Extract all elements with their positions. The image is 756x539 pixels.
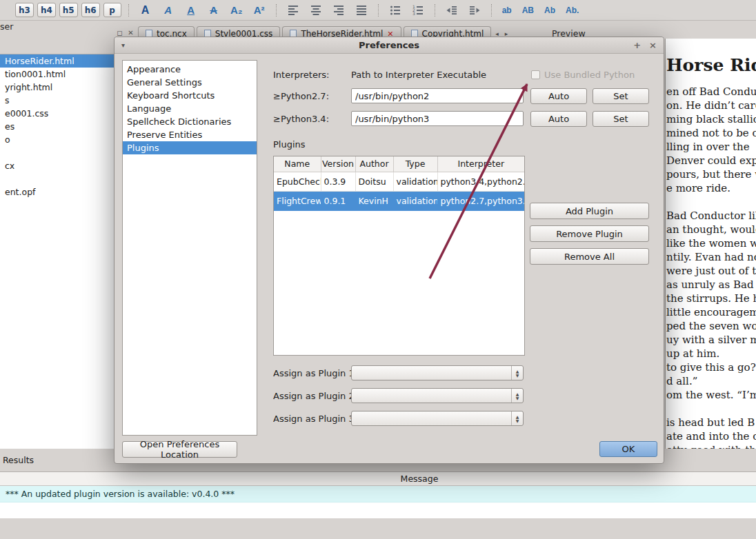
- svg-text:3: 3: [412, 11, 415, 16]
- file-item-copyright[interactable]: yright.html: [0, 81, 115, 94]
- window-menu-icon[interactable]: ▾: [121, 41, 125, 49]
- uppercase-button[interactable]: AB: [519, 3, 537, 18]
- preview-text-line: d all.”: [666, 374, 756, 388]
- toolbar-separator: [435, 4, 435, 17]
- add-plugin-button[interactable]: Add Plugin: [530, 203, 649, 219]
- python27-path-input[interactable]: [351, 88, 524, 103]
- preview-text-line: [666, 402, 756, 416]
- python34-auto-button[interactable]: Auto: [530, 111, 587, 127]
- underline-button[interactable]: A: [181, 2, 201, 19]
- align-right-button[interactable]: [329, 2, 348, 19]
- cell-author: Doitsu: [355, 172, 393, 191]
- bullet-list-button[interactable]: [386, 2, 405, 19]
- column-header-interpreter[interactable]: Interpreter: [437, 156, 524, 172]
- heading-h3-button[interactable]: h3: [15, 3, 34, 17]
- preview-book-title: Horse Rider: [666, 55, 756, 75]
- python27-set-button[interactable]: Set: [593, 88, 649, 104]
- section-item-preserve-entities[interactable]: Preserve Entities: [123, 128, 257, 141]
- heading-h5-button[interactable]: h5: [59, 3, 78, 17]
- use-bundled-python-checkbox[interactable]: [531, 70, 540, 79]
- bullet-list-icon: [390, 5, 401, 16]
- spinner-icons[interactable]: ▲ ▼: [511, 389, 523, 403]
- file-item-folder[interactable]: [0, 146, 115, 159]
- subscript-button[interactable]: A₂: [227, 2, 246, 19]
- ok-button[interactable]: OK: [599, 441, 657, 457]
- file-item-toc-ncx[interactable]: cx: [0, 159, 115, 172]
- indent-decrease-button[interactable]: [442, 2, 461, 19]
- numbered-list-button[interactable]: 123: [408, 2, 428, 19]
- align-justify-button[interactable]: [352, 2, 371, 19]
- bold-icon: A: [141, 4, 150, 17]
- plugins-section-label: Plugins: [273, 139, 306, 150]
- remove-plugin-button[interactable]: Remove Plugin: [530, 225, 649, 242]
- file-item-horserider[interactable]: HorseRider.html: [0, 54, 115, 68]
- dialog-title-bar[interactable]: ▾ Preferences + ×: [115, 37, 664, 54]
- file-item-content-opf[interactable]: ent.opf: [0, 185, 115, 199]
- preview-text-line: ate and into the c: [666, 429, 756, 443]
- remove-all-button[interactable]: Remove All: [530, 248, 649, 265]
- plugin-row-epubcheck[interactable]: EpubCheck 0.3.9 Doitsu validation python…: [274, 172, 524, 191]
- results-dock-title: Results: [3, 455, 34, 465]
- column-header-type[interactable]: Type: [393, 156, 437, 172]
- section-item-spellcheck-dictionaries[interactable]: Spellcheck Dictionaries: [123, 115, 257, 128]
- spinner-up-icon[interactable]: ▲: [516, 392, 519, 396]
- column-header-version[interactable]: Version: [321, 156, 355, 172]
- spinner-up-icon[interactable]: ▲: [516, 369, 519, 373]
- column-header-author[interactable]: Author: [355, 156, 393, 172]
- file-item-folder[interactable]: o: [0, 133, 115, 146]
- indent-increase-button[interactable]: [465, 2, 484, 19]
- preview-text-line: an thought, would: [666, 223, 756, 236]
- heading-h6-button[interactable]: h6: [81, 3, 100, 17]
- preview-text-line: pours, but there w: [666, 167, 756, 181]
- window-close-icon[interactable]: ×: [649, 41, 657, 50]
- superscript-icon: A²: [254, 4, 265, 16]
- section-item-plugins[interactable]: Plugins: [123, 141, 257, 154]
- open-preferences-location-button[interactable]: Open Preferences Location: [122, 441, 237, 458]
- section-item-language[interactable]: Language: [123, 102, 257, 115]
- align-justify-icon: [356, 5, 367, 16]
- paragraph-button[interactable]: p: [103, 3, 121, 17]
- preview-text-line: as unruly as Bad C: [666, 278, 756, 292]
- section-item-general-settings[interactable]: General Settings: [123, 76, 257, 89]
- preview-body-text: en off Bad Conducon. He didn’t careming …: [666, 85, 756, 457]
- python34-set-button[interactable]: Set: [593, 111, 649, 127]
- section-item-appearance[interactable]: Appearance: [123, 63, 257, 76]
- spinner-down-icon[interactable]: ▼: [516, 396, 519, 400]
- spinner-icons[interactable]: ▲ ▼: [511, 411, 523, 425]
- assign-plugin-2-combo[interactable]: ▲ ▼: [351, 388, 524, 403]
- file-item-blank: [0, 172, 115, 185]
- bold-button[interactable]: A: [136, 2, 155, 19]
- heading-h4-button[interactable]: h4: [37, 3, 56, 17]
- align-center-button[interactable]: [306, 2, 326, 19]
- capitalize-button[interactable]: Ab: [541, 3, 559, 18]
- file-item-style0001[interactable]: e0001.css: [0, 107, 115, 120]
- superscript-button[interactable]: A²: [250, 2, 269, 19]
- spinner-down-icon[interactable]: ▼: [516, 374, 519, 377]
- file-item-folder[interactable]: es: [0, 120, 115, 133]
- assign-plugin-1-label: Assign as Plugin 1: [273, 368, 355, 378]
- preview-text-line: lling in over the: [666, 140, 756, 154]
- python34-path-input[interactable]: [351, 111, 524, 126]
- lowercase-button[interactable]: ab: [499, 3, 515, 18]
- italic-button[interactable]: A: [159, 2, 178, 19]
- spinner-up-icon[interactable]: ▲: [516, 415, 519, 418]
- section-item-keyboard-shortcuts[interactable]: Keyboard Shortcuts: [123, 89, 257, 102]
- assign-plugin-3-combo[interactable]: ▲ ▼: [351, 411, 524, 426]
- results-message-row[interactable]: *** An updated plugin version is availab…: [0, 486, 756, 502]
- spinner-icons[interactable]: ▲ ▼: [511, 366, 523, 380]
- align-left-button[interactable]: [284, 2, 303, 19]
- python27-auto-button[interactable]: Auto: [530, 88, 587, 104]
- window-maximize-icon[interactable]: +: [633, 41, 641, 50]
- strikethrough-icon: A: [210, 4, 217, 16]
- column-header-name[interactable]: Name: [274, 156, 321, 172]
- use-bundled-python-label: Use Bundled Python: [544, 70, 635, 80]
- file-item-folder[interactable]: s: [0, 94, 115, 107]
- assign-plugin-1-combo[interactable]: ▲ ▼: [351, 365, 524, 380]
- preview-text-line: uy with a silver m: [666, 333, 756, 347]
- titlecase-button[interactable]: Ab.: [562, 3, 582, 18]
- spinner-down-icon[interactable]: ▼: [516, 419, 519, 423]
- file-item-section0001[interactable]: tion0001.html: [0, 68, 115, 81]
- plugin-row-flightcrew[interactable]: FlightCrew 0.9.1 KevinH validation pytho…: [274, 191, 524, 210]
- preview-text-line: little encouragem: [666, 305, 756, 319]
- strikethrough-button[interactable]: A: [204, 2, 223, 19]
